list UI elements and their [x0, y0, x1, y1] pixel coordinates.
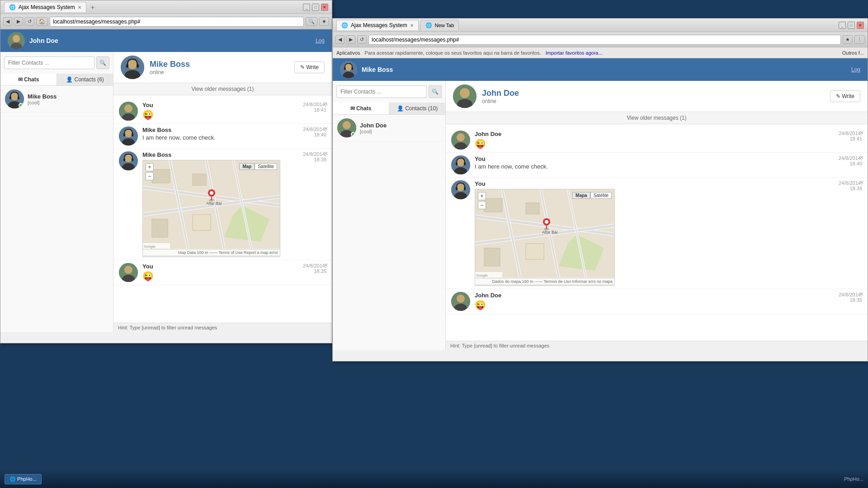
- tab-chats-right[interactable]: ✉ Chats: [333, 103, 389, 114]
- avatar-svg-mike: [340, 61, 357, 78]
- msg-close-3[interactable]: ✕: [324, 150, 328, 157]
- chat-avatar-johndoe: [453, 84, 476, 108]
- msg-time-r1: 24/8/2014, 18:41: [826, 131, 862, 141]
- map-zoom-in-right[interactable]: +: [478, 192, 486, 200]
- map-type-mapa-right[interactable]: Mapa: [572, 192, 590, 199]
- sidebar-right: 🔍 ✉ Chats 👤 Contacts (10): [333, 81, 446, 350]
- svg-rect-39: [193, 174, 206, 185]
- close-btn-left[interactable]: ✕: [321, 4, 328, 11]
- app-header-left: John Doe Log: [0, 29, 332, 52]
- msg-close-1[interactable]: ✕: [324, 101, 328, 107]
- online-indicator-johndoe: [351, 132, 355, 136]
- forward-btn-right[interactable]: ▶: [346, 35, 355, 44]
- svg-rect-40: [152, 219, 168, 237]
- tab-chats-left[interactable]: ✉ Chats: [0, 74, 57, 85]
- refresh-btn-right[interactable]: ↺: [357, 35, 367, 44]
- chat-avatar-svg-mike: [121, 56, 144, 79]
- map-zoom-in-left[interactable]: +: [146, 163, 154, 171]
- chat-header-left: Mike Boss online ✎ Write: [113, 52, 332, 83]
- msg-close-2[interactable]: ✕: [324, 126, 328, 132]
- msg-text-r2: I am here now, come check.: [475, 163, 821, 170]
- url-bar-left[interactable]: [50, 17, 304, 27]
- menu-btn-right[interactable]: ⋮: [854, 35, 865, 44]
- logout-btn-right[interactable]: Log: [851, 66, 860, 73]
- chat-status-right: online: [482, 98, 519, 104]
- map-type-satelite-right[interactable]: Satélite: [590, 192, 612, 199]
- msg-close-r4[interactable]: ✕: [859, 291, 864, 297]
- map-zoom-out-right[interactable]: −: [478, 201, 486, 209]
- browser-tab-right-2[interactable]: 🌐 New Tab: [420, 20, 459, 30]
- new-tab-btn-left[interactable]: +: [88, 3, 97, 12]
- logout-btn-left[interactable]: Log: [316, 38, 325, 44]
- msg-content-1: You 😜: [142, 102, 286, 120]
- search-btn-left[interactable]: 🔍: [306, 17, 317, 26]
- svg-text:Altar Bar: Altar Bar: [542, 230, 558, 235]
- tab-close-left[interactable]: ✕: [78, 5, 81, 10]
- avatar-svg-john: [8, 32, 25, 49]
- map-zoom-controls-left: + −: [146, 163, 154, 180]
- close-btn-right[interactable]: ✕: [857, 22, 864, 29]
- tab-close-right[interactable]: ✕: [410, 23, 414, 28]
- write-btn-left[interactable]: ✎ Write: [294, 61, 325, 73]
- contacts-icon-left: 👤: [66, 76, 73, 83]
- contacts-icon-right: 👤: [397, 105, 404, 112]
- table-row: You 😜 24/8/2014, 18:35 ✕: [113, 260, 332, 285]
- import-favorites-link[interactable]: Importar favoritos agora...: [546, 50, 603, 56]
- apps-label[interactable]: Aplicativos: [336, 50, 360, 56]
- app-body-left: 🔍 ✉ Chats 👤 Contacts (6): [0, 52, 332, 332]
- svg-rect-12: [137, 64, 139, 68]
- maximize-btn-left[interactable]: □: [312, 4, 319, 11]
- msg-time-2: 24/8/2014, 18:40: [290, 127, 326, 137]
- table-row: Mike Boss I am here now, come check. 24/…: [113, 124, 332, 149]
- filter-input-left[interactable]: [4, 56, 94, 69]
- browser-tab-left[interactable]: 🌐 Ajax Messages System ✕: [4, 2, 86, 12]
- taskbar: 🌐 PhpHo... PhpHo...: [0, 470, 868, 488]
- filter-input-right[interactable]: [336, 85, 427, 98]
- svg-rect-90: [484, 248, 500, 266]
- write-btn-right[interactable]: ✎ Write: [830, 90, 860, 102]
- back-btn-right[interactable]: ◀: [335, 35, 344, 44]
- bookmark-btn-right[interactable]: ★: [843, 35, 853, 44]
- contact-avatar-mikeboss: [5, 89, 24, 108]
- list-item[interactable]: John Doe [cool]: [333, 115, 445, 141]
- tab-title-left: Ajax Messages System: [19, 4, 75, 10]
- msg-close-r3[interactable]: ✕: [859, 179, 864, 186]
- msg-close-r1[interactable]: ✕: [859, 130, 864, 136]
- url-bar-right[interactable]: [368, 35, 841, 45]
- msg-close-4[interactable]: ✕: [324, 262, 328, 268]
- msg-sender-r2: You: [475, 155, 821, 162]
- view-older-left[interactable]: View older messsages (1): [113, 83, 332, 95]
- map-type-map-left[interactable]: Map: [239, 163, 255, 170]
- titlebar-right: 🌐 Ajax Messages System ✕ 🌐 New Tab _ □ ✕: [333, 19, 868, 32]
- tab-title-right: Ajax Messages System: [351, 22, 407, 28]
- filter-search-btn-left[interactable]: 🔍: [96, 56, 109, 69]
- msg-avatar-svg-you-1: [119, 102, 138, 121]
- map-zoom-out-left[interactable]: −: [146, 172, 154, 180]
- msg-avatar-you-r2: [451, 155, 470, 174]
- svg-rect-88: [484, 198, 502, 212]
- map-type-satellite-left[interactable]: Satellite: [255, 163, 277, 170]
- tab-contacts-left[interactable]: 👤 Contacts (6): [57, 74, 113, 85]
- minimize-btn-right[interactable]: _: [839, 22, 846, 29]
- browser-tab-right[interactable]: 🌐 Ajax Messages System ✕: [336, 20, 419, 30]
- minimize-btn-left[interactable]: _: [303, 4, 310, 11]
- filter-search-btn-right[interactable]: 🔍: [429, 85, 442, 98]
- refresh-btn-left[interactable]: ↺: [25, 17, 34, 26]
- chat-name-right: John Doe: [482, 89, 519, 98]
- msg-sender-1: You: [142, 102, 286, 108]
- msg-time-4: 24/8/2014, 18:35: [290, 263, 326, 274]
- msg-sender-r1: John Doe: [475, 131, 821, 137]
- taskbar-icon: 🌐: [9, 476, 16, 482]
- forward-btn-left[interactable]: ▶: [14, 17, 23, 26]
- home-btn-left[interactable]: 🏠: [36, 17, 48, 26]
- svg-rect-55: [344, 67, 346, 70]
- msg-close-r2[interactable]: ✕: [859, 155, 864, 161]
- maximize-btn-right[interactable]: □: [848, 22, 855, 29]
- win-controls-right: _ □ ✕: [839, 22, 864, 29]
- back-btn-left[interactable]: ◀: [3, 17, 12, 26]
- tab-contacts-right[interactable]: 👤 Contacts (10): [389, 103, 445, 114]
- taskbar-item-phpho[interactable]: 🌐 PhpHo...: [5, 474, 42, 484]
- view-older-right[interactable]: View older messages (1): [446, 112, 868, 124]
- list-item[interactable]: Mike Boss [cool]: [0, 86, 113, 113]
- bookmark-btn-left[interactable]: ★: [319, 17, 329, 26]
